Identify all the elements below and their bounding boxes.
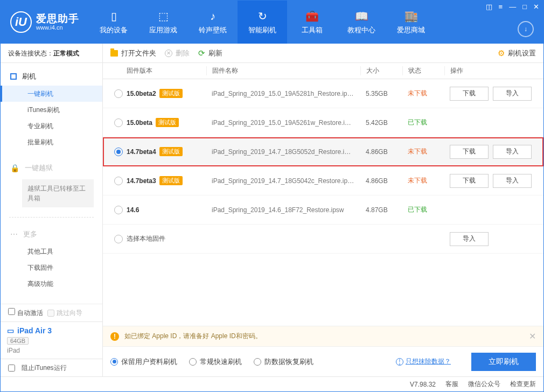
lock-icon: 🔒 [10, 164, 19, 172]
firmware-filename: iPad_Spring_2019_15.0_19A5261w_Restore.i… [206, 119, 360, 127]
device-icon: ▭ [7, 326, 14, 335]
import-button[interactable]: 导入 [450, 232, 489, 246]
firmware-row[interactable]: 14.7beta3 测试版 iPad_Spring_2019_14.7_18G5… [103, 166, 543, 195]
flash-icon [10, 73, 17, 80]
skip-guide-checkbox[interactable]: 跳过向导 [47, 309, 82, 318]
main-panel: 打开文件夹 ✕删除 ⟳刷新 ⚙刷机设置 固件版本 固件名称 大小 状态 操作 1… [103, 44, 543, 376]
toolbox-icon: 🧰 [305, 9, 319, 23]
row-radio[interactable] [110, 235, 127, 243]
close-icon[interactable]: ✕ [533, 3, 539, 11]
flash-option[interactable]: 常规快速刷机 [189, 357, 242, 367]
import-button[interactable]: 导入 [493, 174, 532, 188]
firmware-row[interactable]: 15.0beta2 测试版 iPad_Spring_2019_15.0_19A5… [103, 79, 543, 108]
table-header: 固件版本 固件名称 大小 状态 操作 [103, 63, 543, 79]
erase-data-link[interactable]: !只想抹除数据？ [396, 357, 451, 366]
download-button[interactable]: 下载 [450, 87, 489, 101]
import-button[interactable]: 导入 [493, 145, 532, 159]
firmware-status: 未下载 [402, 176, 444, 185]
firmware-size: 4.86GB [360, 148, 402, 156]
block-itunes-checkbox[interactable] [8, 365, 15, 372]
nav-tab-store[interactable]: 🏬爱思商城 [386, 1, 436, 44]
nav-tab-phone[interactable]: ▯我的设备 [89, 1, 138, 44]
app-url: www.i4.cn [36, 24, 79, 31]
firmware-filename: iPad_Spring_2019_14.7_18G5042c_Restore.i… [206, 177, 360, 185]
delete-button[interactable]: ✕删除 [165, 48, 190, 58]
flash-option[interactable]: 防数据恢复刷机 [254, 357, 313, 367]
flash-option[interactable]: 保留用户资料刷机 [110, 357, 177, 367]
warning-bar: ! 如已绑定 Apple ID，请准备好 Apple ID和密码。 ✕ [103, 326, 543, 346]
sidebar-item[interactable]: 高级功能 [1, 276, 102, 292]
warning-text: 如已绑定 Apple ID，请准备好 Apple ID和密码。 [124, 332, 262, 341]
option-label: 防数据恢复刷机 [264, 357, 313, 367]
radio-icon [254, 358, 261, 366]
firmware-row[interactable]: 14.6 iPad_Spring_2019_14.6_18F72_Restore… [103, 195, 543, 225]
row-ops: 下载导入 [444, 145, 536, 159]
row-radio[interactable] [110, 89, 127, 98]
info-icon: ! [396, 358, 403, 366]
flash-now-button[interactable]: 立即刷机 [471, 353, 536, 371]
download-button[interactable]: 下载 [450, 145, 489, 159]
firmware-version: 15.0beta 测试版 [127, 118, 206, 127]
nav-tab-apps[interactable]: ⬚应用游戏 [138, 1, 188, 44]
open-folder-button[interactable]: 打开文件夹 [110, 48, 156, 58]
row-radio[interactable] [110, 206, 127, 214]
firmware-status: 未下载 [402, 89, 444, 98]
device-storage: 64GB [7, 337, 29, 345]
warning-close-icon[interactable]: ✕ [529, 331, 536, 341]
row-radio[interactable] [110, 177, 127, 185]
row-radio[interactable] [110, 148, 127, 156]
nav-tab-refresh[interactable]: ↻智能刷机 [238, 1, 287, 44]
firmware-rows: 15.0beta2 测试版 iPad_Spring_2019_15.0_19A5… [103, 79, 543, 326]
flash-settings-button[interactable]: ⚙刷机设置 [498, 48, 536, 58]
window-controls: ◫ ≡ — □ ✕ [486, 3, 539, 11]
menu-icon[interactable]: ≡ [499, 3, 503, 11]
nav-tab-music[interactable]: ♪铃声壁纸 [188, 1, 238, 44]
maximize-icon[interactable]: □ [522, 3, 527, 11]
sidebar-section-more[interactable]: ⋯ 更多 [1, 225, 102, 243]
firmware-size: 5.42GB [360, 119, 402, 127]
app-logo: iU 爱思助手 www.i4.cn [1, 1, 89, 44]
gear-icon: ⚙ [498, 48, 505, 58]
import-button[interactable]: 导入 [493, 87, 532, 101]
row-radio[interactable] [110, 118, 127, 127]
download-progress-icon[interactable]: ↓ [518, 21, 534, 37]
firmware-size: 4.86GB [360, 177, 402, 185]
firmware-version: 15.0beta2 测试版 [127, 89, 206, 98]
app-header: iU 爱思助手 www.i4.cn ▯我的设备⬚应用游戏♪铃声壁纸↻智能刷机🧰工… [1, 1, 543, 44]
folder-icon [110, 50, 118, 57]
sidebar-section-flash[interactable]: 刷机 [1, 67, 102, 86]
block-itunes-row[interactable]: 阻止iTunes运行 [1, 359, 102, 376]
sidebar-item[interactable]: 一键刷机 [1, 86, 102, 102]
customer-service-link[interactable]: 客服 [445, 380, 458, 389]
device-info[interactable]: ▭iPad Air 3 64GB iPad [1, 321, 102, 359]
nav-label: 教程中心 [347, 25, 375, 35]
conn-label: 设备连接状态： [8, 50, 53, 57]
firmware-status: 未下载 [402, 147, 444, 156]
sidebar-item[interactable]: 其他工具 [1, 243, 102, 260]
download-button[interactable]: 下载 [450, 174, 489, 188]
firmware-row[interactable]: 14.7beta4 测试版 iPad_Spring_2019_14.7_18G5… [103, 137, 543, 166]
sidebar-item[interactable]: 下载固件 [1, 260, 102, 276]
nav-tab-book[interactable]: 📖教程中心 [337, 1, 386, 44]
check-update-link[interactable]: 检查更新 [510, 380, 536, 389]
sidebar: 设备连接状态：正常模式 刷机 一键刷机iTunes刷机专业刷机批量刷机 🔒 一键… [1, 44, 103, 376]
refresh-button[interactable]: ⟳刷新 [198, 48, 222, 58]
firmware-version: 14.7beta3 测试版 [127, 176, 206, 185]
firmware-status: 已下载 [402, 118, 444, 127]
store-icon: 🏬 [404, 9, 418, 23]
refresh-icon: ⟳ [198, 48, 205, 58]
sidebar-item[interactable]: iTunes刷机 [1, 102, 102, 118]
firmware-row[interactable]: 15.0beta 测试版 iPad_Spring_2019_15.0_19A52… [103, 108, 543, 137]
auto-activate-checkbox[interactable]: 自动激活 [8, 308, 43, 318]
local-firmware-row[interactable]: 选择本地固件 导入 [103, 225, 543, 254]
sidebar-item[interactable]: 专业刷机 [1, 118, 102, 134]
minimize-icon[interactable]: — [509, 3, 516, 11]
section-label: 刷机 [22, 72, 36, 81]
shirt-icon[interactable]: ◫ [486, 3, 492, 11]
wechat-link[interactable]: 微信公众号 [468, 380, 500, 389]
nav-tab-toolbox[interactable]: 🧰工具箱 [287, 1, 337, 44]
col-ops: 操作 [444, 66, 536, 75]
firmware-filename: iPad_Spring_2019_15.0_19A5281h_Restore.i… [206, 90, 360, 97]
device-name: iPad Air 3 [17, 326, 52, 335]
sidebar-item[interactable]: 批量刷机 [1, 134, 102, 150]
